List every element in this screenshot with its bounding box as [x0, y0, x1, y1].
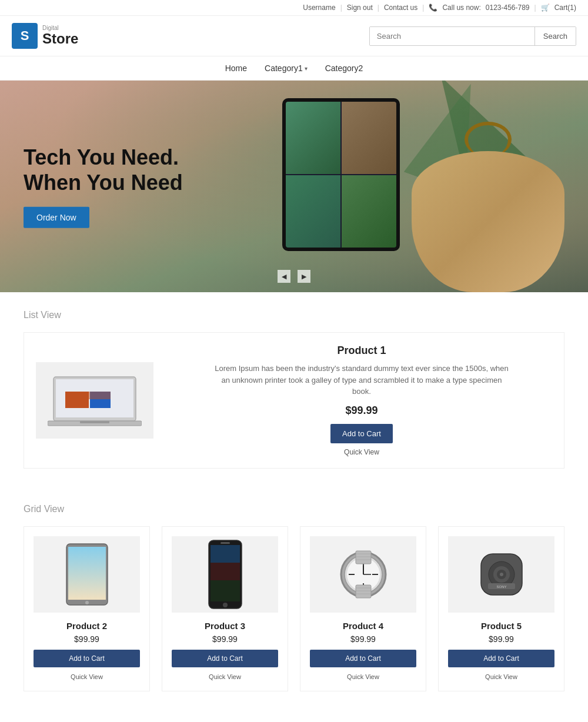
search-button[interactable]: Search	[534, 27, 576, 45]
cart-icon: 🛒	[541, 4, 550, 12]
username-link[interactable]: Username	[303, 4, 335, 12]
product-4-quick-view-button[interactable]: Quick View	[347, 673, 379, 680]
list-product-name: Product 1	[171, 345, 552, 357]
list-quick-view-button[interactable]: Quick View	[344, 448, 379, 456]
svg-rect-4	[65, 392, 111, 399]
hero-bag	[412, 116, 564, 292]
svg-rect-14	[211, 580, 240, 601]
product-5-price: $99.99	[448, 634, 554, 644]
list-product-description: Lorem Ipsum has been the industry's stan…	[215, 363, 509, 397]
product-5-image: SONY	[448, 536, 554, 613]
hero-prev-button[interactable]: ◀	[278, 270, 290, 283]
list-product-info: Product 1 Lorem Ipsum has been the indus…	[171, 345, 552, 456]
hero-title: Tech You Need. When You Need	[24, 145, 183, 195]
top-bar: Username | Sign out | Contact us | 📞 Cal…	[0, 0, 588, 16]
product-5-quick-view-button[interactable]: Quick View	[485, 673, 517, 680]
search-bar: Search	[369, 26, 576, 46]
nav-item-category1[interactable]: Category1 ▾	[265, 63, 308, 73]
product-4-price: $99.99	[310, 634, 416, 644]
list-add-to-cart-button[interactable]: Add to Cart	[330, 424, 393, 443]
contact-link[interactable]: Contact us	[384, 4, 417, 12]
svg-text:SONY: SONY	[496, 585, 506, 589]
list-product-image	[36, 362, 153, 439]
grid-view-section: Grid View Product 2 $99.99	[0, 486, 588, 709]
logo-text: Digital Store	[42, 25, 78, 46]
svg-point-38	[500, 573, 503, 576]
grid-product-5: SONY Product 5 $99.99 Add to Cart Quick …	[438, 526, 564, 691]
grid-product-4: Product 4 $99.99 Add to Cart Quick View	[300, 526, 426, 691]
product-3-add-cart-button[interactable]: Add to Cart	[172, 650, 278, 667]
search-input[interactable]	[370, 27, 534, 45]
hero-next-button[interactable]: ▶	[298, 270, 310, 283]
order-now-button[interactable]: Order Now	[24, 207, 89, 228]
product-3-price: $99.99	[172, 634, 278, 644]
list-view-title: List View	[24, 310, 564, 320]
hero-content: Tech You Need. When You Need Order Now	[24, 145, 183, 228]
grid-product-2: Product 2 $99.99 Add to Cart Quick View	[24, 526, 150, 691]
watch-icon	[331, 542, 396, 607]
bag-body	[412, 151, 564, 292]
phone-icon: 📞	[429, 4, 437, 12]
product-5-add-cart-button[interactable]: Add to Cart	[448, 650, 554, 667]
product-4-name: Product 4	[310, 621, 416, 631]
hero-arrows: ◀ ▶	[278, 270, 310, 283]
list-product-price: $99.99	[171, 405, 552, 417]
product-4-add-cart-button[interactable]: Add to Cart	[310, 650, 416, 667]
speaker-icon: SONY	[475, 548, 528, 601]
logo[interactable]: S Digital Store	[12, 23, 78, 49]
hero-tablet-mockup	[282, 98, 400, 251]
svg-point-15	[223, 603, 228, 607]
grid-products-container: Product 2 $99.99 Add to Cart Quick View …	[24, 526, 564, 691]
cart-link[interactable]: Cart(1)	[554, 4, 576, 12]
nav-item-home[interactable]: Home	[225, 63, 247, 73]
svg-rect-6	[80, 421, 109, 423]
svg-rect-8	[68, 547, 106, 600]
pagination: Prev 1 2 3 ... Next	[0, 709, 588, 723]
product-2-image	[34, 536, 140, 613]
svg-point-9	[85, 601, 89, 604]
phone-icon	[208, 539, 243, 610]
svg-rect-12	[211, 545, 240, 563]
nav-item-category2[interactable]: Category2	[325, 63, 363, 73]
phone-number: 0123-456-789	[486, 4, 530, 12]
list-product-item: Product 1 Lorem Ipsum has been the indus…	[24, 332, 564, 469]
product-4-image	[310, 536, 416, 613]
chevron-down-icon: ▾	[305, 65, 308, 72]
product-5-name: Product 5	[448, 621, 554, 631]
product-2-quick-view-button[interactable]: Quick View	[71, 673, 103, 680]
product-2-add-cart-button[interactable]: Add to Cart	[34, 650, 140, 667]
call-label: Call us now:	[442, 4, 480, 12]
svg-rect-16	[220, 542, 230, 544]
svg-rect-30	[356, 585, 371, 598]
hero-banner: Tech You Need. When You Need Order Now ◀…	[0, 81, 588, 292]
laptop-icon	[48, 371, 142, 430]
grid-product-3: Product 3 $99.99 Add to Cart Quick View	[162, 526, 288, 691]
product-3-image	[172, 536, 278, 613]
logo-icon: S	[12, 23, 38, 49]
list-view-section: List View Product 1 Lorem Ipsum has been…	[0, 292, 588, 486]
svg-rect-13	[211, 563, 240, 580]
grid-view-title: Grid View	[24, 504, 564, 514]
product-2-price: $99.99	[34, 634, 140, 644]
product-3-quick-view-button[interactable]: Quick View	[209, 673, 241, 680]
signout-link[interactable]: Sign out	[347, 4, 373, 12]
svg-rect-26	[356, 551, 371, 564]
header: S Digital Store Search	[0, 16, 588, 56]
tablet-icon	[64, 542, 111, 607]
main-nav: Home Category1 ▾ Category2	[0, 56, 588, 81]
product-2-name: Product 2	[34, 621, 140, 631]
product-3-name: Product 3	[172, 621, 278, 631]
